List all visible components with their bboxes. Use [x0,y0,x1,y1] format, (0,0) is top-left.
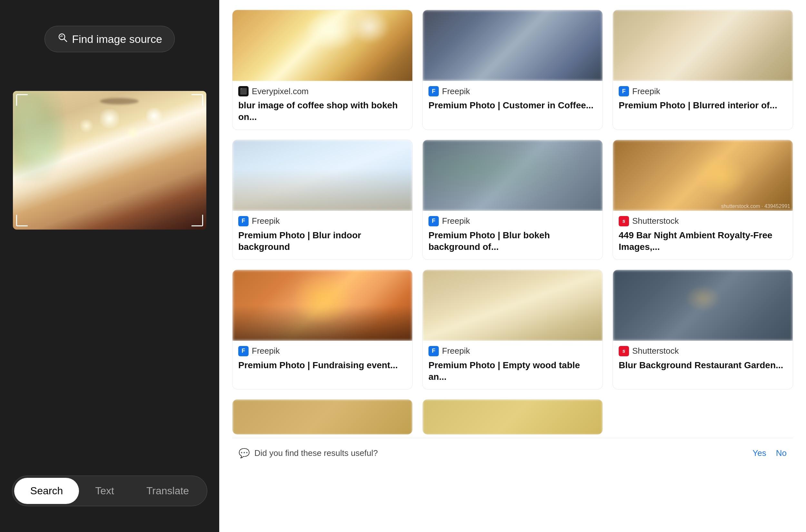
svg-line-1 [64,39,67,42]
find-image-label: Find image source [72,33,162,45]
result-info-4: F Freepik Premium Photo | Blur indoor ba… [232,211,412,260]
result-source-9: s Shutterstock [619,346,787,356]
result-image-3 [613,10,793,81]
result-image-5 [423,140,602,211]
partial-image-2 [423,399,602,435]
text-tab[interactable]: Text [79,478,130,504]
result-title-7: Premium Photo | Fundraising event... [238,360,406,371]
result-title-6: 449 Bar Night Ambient Royalty-Free Image… [619,230,787,253]
search-lens-icon [57,32,69,46]
result-image-1 [232,10,412,81]
result-image-6 [613,140,793,211]
result-title-2: Premium Photo | Customer in Coffee... [428,100,597,111]
result-info-9: s Shutterstock Blur Background Restauran… [613,341,793,378]
result-source-5: F Freepik [428,216,597,226]
result-card-5[interactable]: F Freepik Premium Photo | Blur bokeh bac… [422,139,603,260]
left-panel: Find image source Search Text Transl [0,0,219,532]
partial-card-empty [613,399,793,435]
corner-bracket-tl [16,94,28,106]
result-card-1[interactable]: ⬛ Everypixel.com blur image of coffee sh… [232,10,413,130]
result-title-4: Premium Photo | Blur indoor background [238,230,406,253]
result-title-5: Premium Photo | Blur bokeh background of… [428,230,597,253]
result-info-8: F Freepik Premium Photo | Empty wood tab… [423,341,602,390]
result-info-2: F Freepik Premium Photo | Customer in Co… [423,81,602,118]
shutterstock-icon-9: s [619,346,629,356]
source-name-8: Freepik [442,346,470,356]
source-name-4: Freepik [252,216,280,226]
result-info-5: F Freepik Premium Photo | Blur bokeh bac… [423,211,602,260]
partial-card-2[interactable] [422,399,603,435]
everypixel-icon: ⬛ [238,86,249,96]
result-info-6: s Shutterstock 449 Bar Night Ambient Roy… [613,211,793,260]
corner-bracket-br [192,215,203,226]
result-source-6: s Shutterstock [619,216,787,226]
corner-bracket-bl [16,215,28,226]
freepik-icon-3: F [619,86,629,96]
results-grid: ⬛ Everypixel.com blur image of coffee sh… [232,10,793,390]
shutterstock-icon-6: s [619,216,629,226]
result-source-2: F Freepik [428,86,597,96]
freepik-icon-8: F [428,346,439,356]
source-name-7: Freepik [252,346,280,356]
freepik-icon-7: F [238,346,249,356]
feedback-no-button[interactable]: No [776,448,787,458]
result-card-8[interactable]: F Freepik Premium Photo | Empty wood tab… [422,269,603,390]
right-panel: ⬛ Everypixel.com blur image of coffee sh… [219,0,806,532]
source-name-9: Shutterstock [632,346,679,356]
result-source-4: F Freepik [238,216,406,226]
result-info-7: F Freepik Premium Photo | Fundraising ev… [232,341,412,378]
partial-image-1 [232,399,412,435]
result-card-2[interactable]: F Freepik Premium Photo | Customer in Co… [422,10,603,130]
result-source-1: ⬛ Everypixel.com [238,86,406,96]
result-card-3[interactable]: F Freepik Premium Photo | Blurred interi… [613,10,793,130]
image-preview-container [13,91,206,230]
result-image-7 [232,270,412,341]
freepik-icon-5: F [428,216,439,226]
source-name-2: Freepik [442,87,470,96]
source-name-3: Freepik [632,87,660,96]
source-name-1: Everypixel.com [252,87,309,96]
feedback-icon: 💬 [238,448,250,458]
result-image-4 [232,140,412,211]
source-name-6: Shutterstock [632,216,679,226]
result-source-7: F Freepik [238,346,406,356]
partial-row [232,399,793,435]
translate-tab[interactable]: Translate [130,478,205,504]
result-source-3: F Freepik [619,86,787,96]
feedback-yes-button[interactable]: Yes [752,448,766,458]
feedback-bar: 💬 Did you find these results useful? Yes… [232,438,793,465]
feedback-question-text: Did you find these results useful? [254,448,378,458]
source-name-5: Freepik [442,216,470,226]
result-card-9[interactable]: s Shutterstock Blur Background Restauran… [613,269,793,390]
result-image-9 [613,270,793,341]
result-source-8: F Freepik [428,346,597,356]
result-title-8: Premium Photo | Empty wood table an... [428,360,597,383]
result-title-9: Blur Background Restaurant Garden... [619,360,787,371]
freepik-icon-2: F [428,86,439,96]
result-info-3: F Freepik Premium Photo | Blurred interi… [613,81,793,118]
result-title-1: blur image of coffee shop with bokeh on.… [238,100,406,123]
result-card-7[interactable]: F Freepik Premium Photo | Fundraising ev… [232,269,413,390]
result-info-1: ⬛ Everypixel.com blur image of coffee sh… [232,81,412,130]
find-image-source-button[interactable]: Find image source [44,26,175,52]
result-card-4[interactable]: F Freepik Premium Photo | Blur indoor ba… [232,139,413,260]
search-tab[interactable]: Search [14,478,79,504]
result-card-6[interactable]: shutterstock.com · 439452991 s Shutterst… [613,139,793,260]
result-image-2 [423,10,602,81]
result-title-3: Premium Photo | Blurred interior of... [619,100,787,111]
result-image-8 [423,270,602,341]
feedback-buttons: Yes No [752,448,787,458]
partial-card-1[interactable] [232,399,413,435]
freepik-icon-4: F [238,216,249,226]
corner-bracket-tr [192,94,203,106]
bottom-toolbar: Search Text Translate [12,476,207,506]
preview-image [13,91,206,230]
feedback-question: 💬 Did you find these results useful? [238,448,378,458]
